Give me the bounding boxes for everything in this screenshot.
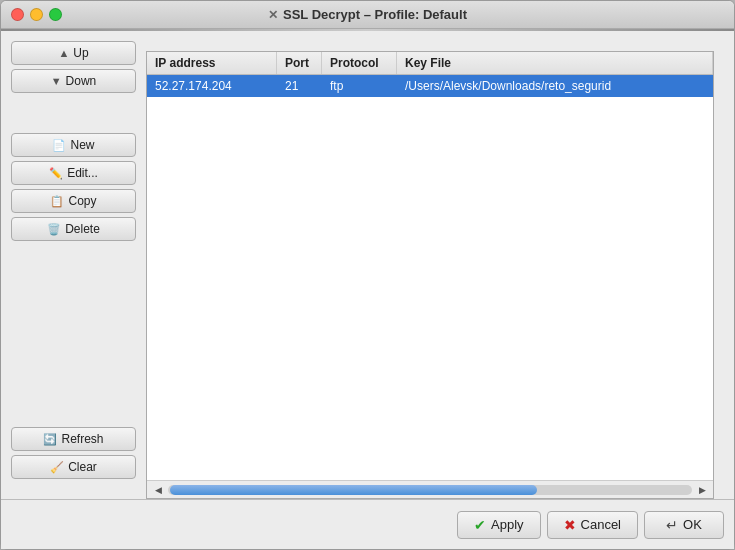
header-port: Port	[277, 52, 322, 74]
table-row[interactable]: 52.27.174.204 21 ftp /Users/Alevsk/Downl…	[147, 75, 713, 97]
scroll-right-arrow[interactable]: ▶	[695, 483, 709, 497]
delete-icon: 🗑️	[47, 223, 61, 236]
table-body: 52.27.174.204 21 ftp /Users/Alevsk/Downl…	[147, 75, 713, 480]
cell-ip: 52.27.174.204	[147, 77, 277, 95]
edit-icon: ✏️	[49, 167, 63, 180]
horizontal-scrollbar[interactable]: ◀ ▶	[147, 480, 713, 498]
bottom-padding	[11, 479, 136, 489]
cell-protocol: ftp	[322, 77, 397, 95]
table-container: IP address Port Protocol Key File 52.27.…	[146, 41, 724, 499]
ok-label: OK	[683, 517, 702, 532]
window-title: ✕ SSL Decrypt – Profile: Default	[268, 7, 467, 22]
down-button[interactable]: ▼ Down	[11, 69, 136, 93]
data-table: IP address Port Protocol Key File 52.27.…	[146, 51, 714, 499]
cell-keyfile: /Users/Alevsk/Downloads/reto_segurid	[397, 77, 713, 95]
bottom-bar: ✔ Apply ✖ Cancel ↵ OK	[1, 499, 734, 549]
copy-icon: 📋	[50, 195, 64, 208]
refresh-label: Refresh	[61, 432, 103, 446]
title-text: SSL Decrypt – Profile: Default	[283, 7, 467, 22]
clear-button[interactable]: 🧹 Clear	[11, 455, 136, 479]
down-icon: ▼	[51, 75, 62, 87]
cell-port: 21	[277, 77, 322, 95]
cancel-label: Cancel	[581, 517, 621, 532]
new-icon: 📄	[52, 139, 66, 152]
table-header: IP address Port Protocol Key File	[147, 52, 713, 75]
maximize-button[interactable]	[49, 8, 62, 21]
window-controls	[11, 8, 62, 21]
header-ip: IP address	[147, 52, 277, 74]
ok-icon: ↵	[666, 517, 678, 533]
spacer1	[11, 93, 136, 133]
up-icon: ▲	[58, 47, 69, 59]
refresh-button[interactable]: 🔄 Refresh	[11, 427, 136, 451]
minimize-button[interactable]	[30, 8, 43, 21]
up-label: Up	[73, 46, 88, 60]
clear-label: Clear	[68, 460, 97, 474]
delete-label: Delete	[65, 222, 100, 236]
scroll-left-arrow[interactable]: ◀	[151, 483, 165, 497]
apply-button[interactable]: ✔ Apply	[457, 511, 541, 539]
ok-button[interactable]: ↵ OK	[644, 511, 724, 539]
header-protocol: Protocol	[322, 52, 397, 74]
content-area: ▲ Up ▼ Down 📄 New ✏️ Edit...	[1, 31, 734, 499]
up-button[interactable]: ▲ Up	[11, 41, 136, 65]
new-button[interactable]: 📄 New	[11, 133, 136, 157]
clear-icon: 🧹	[50, 461, 64, 474]
scrollbar-thumb[interactable]	[170, 485, 537, 495]
titlebar: ✕ SSL Decrypt – Profile: Default	[1, 1, 734, 29]
scrollbar-track[interactable]	[168, 485, 692, 495]
move-buttons-group: ▲ Up ▼ Down	[11, 41, 136, 93]
main-window: ✕ SSL Decrypt – Profile: Default ▲ Up ▼ …	[0, 0, 735, 550]
title-icon: ✕	[268, 8, 278, 22]
down-label: Down	[66, 74, 97, 88]
close-button[interactable]	[11, 8, 24, 21]
spacer2	[11, 241, 136, 427]
apply-icon: ✔	[474, 517, 486, 533]
refresh-clear-group: 🔄 Refresh 🧹 Clear	[11, 427, 136, 479]
delete-button[interactable]: 🗑️ Delete	[11, 217, 136, 241]
copy-label: Copy	[68, 194, 96, 208]
header-keyfile: Key File	[397, 52, 713, 74]
sidebar: ▲ Up ▼ Down 📄 New ✏️ Edit...	[1, 31, 146, 499]
new-label: New	[70, 138, 94, 152]
cancel-button[interactable]: ✖ Cancel	[547, 511, 638, 539]
edit-button[interactable]: ✏️ Edit...	[11, 161, 136, 185]
copy-button[interactable]: 📋 Copy	[11, 189, 136, 213]
crud-buttons-group: 📄 New ✏️ Edit... 📋 Copy 🗑️ Delete	[11, 133, 136, 241]
apply-label: Apply	[491, 517, 524, 532]
edit-label: Edit...	[67, 166, 98, 180]
cancel-icon: ✖	[564, 517, 576, 533]
refresh-icon: 🔄	[43, 433, 57, 446]
